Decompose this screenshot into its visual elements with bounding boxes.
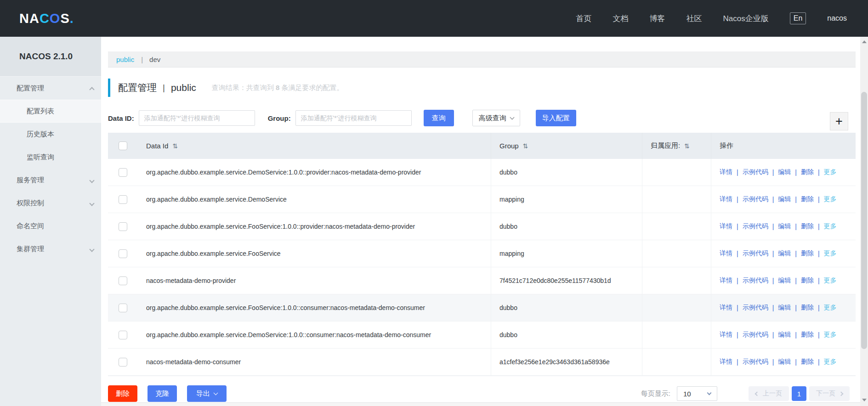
nav-item-blog[interactable]: 博客 [650, 13, 665, 24]
dataid-input[interactable] [139, 110, 255, 126]
action-separator: | [818, 196, 820, 203]
edit-link[interactable]: 编辑 [778, 304, 791, 312]
scroll-up-icon[interactable] [862, 40, 867, 43]
more-link[interactable]: 更多 [824, 331, 837, 339]
more-link[interactable]: 更多 [824, 168, 837, 176]
sidebar-item-service-management[interactable]: 服务管理 [0, 169, 101, 192]
detail-link[interactable]: 详情 [720, 249, 732, 258]
more-link[interactable]: 更多 [824, 249, 837, 258]
row-checkbox[interactable] [119, 331, 127, 339]
row-select-cell [108, 267, 138, 294]
edit-link[interactable]: 编辑 [778, 222, 791, 231]
sample-code-link[interactable]: 示例代码 [743, 358, 768, 366]
nav-item-community[interactable]: 社区 [686, 13, 702, 24]
delete-link[interactable]: 删除 [801, 276, 814, 285]
more-link[interactable]: 更多 [824, 304, 837, 312]
scrollbar-thumb[interactable] [861, 92, 867, 349]
nav-item-enterprise[interactable]: Nacos企业版 [723, 13, 769, 24]
query-button[interactable]: 查询 [424, 110, 454, 126]
edit-link[interactable]: 编辑 [778, 276, 791, 285]
action-separator: | [772, 331, 774, 338]
sort-icon[interactable]: ⇅ [523, 142, 528, 150]
app-cell [642, 213, 711, 240]
sidebar-item-config-list[interactable]: 配置列表 [0, 100, 101, 123]
column-header-operation: 操作 [711, 133, 856, 159]
edit-link[interactable]: 编辑 [778, 249, 791, 258]
delete-link[interactable]: 删除 [801, 331, 814, 339]
breadcrumb-namespace-public[interactable]: public [116, 56, 134, 63]
row-checkbox[interactable] [119, 222, 127, 231]
delete-button[interactable]: 删除 [108, 385, 137, 402]
row-checkbox[interactable] [119, 304, 127, 312]
sidebar-item-listener-query[interactable]: 监听查询 [0, 146, 101, 169]
export-button[interactable]: 导出 [187, 385, 227, 402]
current-page-button[interactable]: 1 [792, 386, 806, 401]
sidebar-item-config-management[interactable]: 配置管理 [0, 77, 101, 100]
language-toggle[interactable]: En [790, 12, 806, 24]
sidebar-item-history-versions[interactable]: 历史版本 [0, 123, 101, 146]
more-link[interactable]: 更多 [824, 222, 837, 231]
table-row: org.apache.dubbo.example.service.FooServ… [108, 213, 856, 240]
column-header-group[interactable]: Group⇅ [491, 133, 642, 159]
more-link[interactable]: 更多 [824, 195, 837, 203]
detail-link[interactable]: 详情 [720, 222, 732, 231]
clone-button[interactable]: 克隆 [148, 385, 177, 402]
detail-link[interactable]: 详情 [720, 304, 732, 312]
delete-link[interactable]: 删除 [801, 304, 814, 312]
row-checkbox[interactable] [119, 358, 127, 367]
edit-link[interactable]: 编辑 [778, 331, 791, 339]
sidebar-item-cluster-management[interactable]: 集群管理 [0, 237, 101, 260]
delete-link[interactable]: 删除 [801, 195, 814, 203]
row-checkbox[interactable] [119, 168, 127, 177]
sample-code-link[interactable]: 示例代码 [743, 304, 768, 312]
sort-icon[interactable]: ⇅ [172, 142, 178, 150]
detail-link[interactable]: 详情 [720, 331, 732, 339]
sidebar-item-permission-control[interactable]: 权限控制 [0, 192, 101, 214]
sample-code-link[interactable]: 示例代码 [743, 276, 768, 285]
edit-link[interactable]: 编辑 [778, 358, 791, 366]
detail-link[interactable]: 详情 [720, 195, 732, 203]
nav-item-docs[interactable]: 文档 [613, 13, 629, 24]
page-size-select[interactable]: 10 [677, 386, 717, 401]
user-menu[interactable]: nacos [827, 14, 847, 23]
more-link[interactable]: 更多 [824, 276, 837, 285]
add-config-button[interactable]: + [830, 112, 848, 130]
select-all-checkbox[interactable] [119, 141, 127, 150]
action-separator: | [737, 223, 738, 230]
nav-item-home[interactable]: 首页 [576, 13, 592, 24]
column-header-dataid[interactable]: Data Id⇅ [138, 133, 491, 159]
next-page-button[interactable]: 下一页 [809, 386, 850, 401]
sample-code-link[interactable]: 示例代码 [743, 168, 768, 176]
detail-link[interactable]: 详情 [720, 276, 732, 285]
more-link[interactable]: 更多 [824, 358, 837, 366]
sample-code-link[interactable]: 示例代码 [743, 195, 768, 203]
sort-icon[interactable]: ⇅ [684, 142, 690, 150]
delete-link[interactable]: 删除 [801, 222, 814, 231]
edit-link[interactable]: 编辑 [778, 195, 791, 203]
detail-link[interactable]: 详情 [720, 168, 732, 176]
prev-page-button[interactable]: 上一页 [749, 386, 789, 401]
sample-code-link[interactable]: 示例代码 [743, 249, 768, 258]
import-config-button[interactable]: 导入配置 [536, 110, 576, 126]
delete-link[interactable]: 删除 [801, 249, 814, 258]
sample-code-link[interactable]: 示例代码 [743, 222, 768, 231]
edit-link[interactable]: 编辑 [778, 168, 791, 176]
row-checkbox[interactable] [119, 249, 127, 258]
row-checkbox[interactable] [119, 276, 127, 285]
scroll-down-icon[interactable] [862, 399, 867, 401]
horizontal-scrollbar[interactable] [101, 402, 860, 406]
advanced-query-button[interactable]: 高级查询 [472, 110, 520, 126]
nacos-logo[interactable]: NACOS. [19, 11, 74, 26]
detail-link[interactable]: 详情 [720, 358, 732, 366]
breadcrumb-namespace-dev[interactable]: dev [149, 56, 160, 63]
sample-code-link[interactable]: 示例代码 [743, 331, 768, 339]
delete-link[interactable]: 删除 [801, 358, 814, 366]
action-separator: | [818, 223, 820, 230]
sidebar-item-namespace[interactable]: 命名空间 [0, 214, 101, 237]
group-input[interactable] [295, 110, 412, 126]
action-separator: | [795, 277, 797, 284]
vertical-scrollbar[interactable] [860, 37, 868, 406]
column-header-app[interactable]: 归属应用:⇅ [642, 133, 711, 159]
row-checkbox[interactable] [119, 195, 127, 204]
delete-link[interactable]: 删除 [801, 168, 814, 176]
